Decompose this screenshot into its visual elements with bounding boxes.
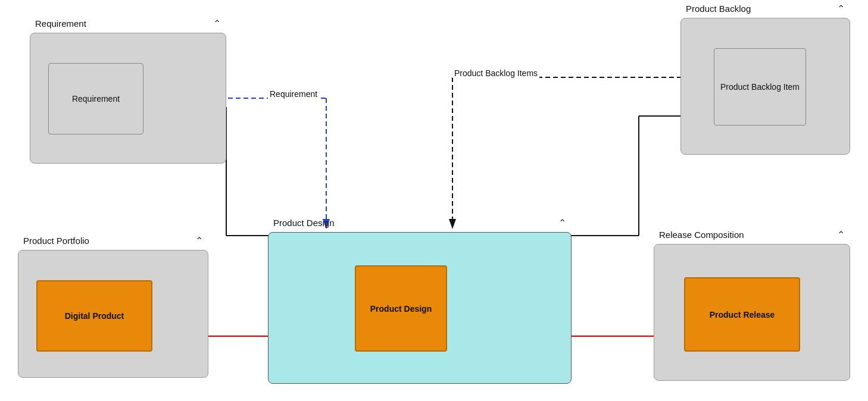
requirement-title: Requirement [35, 18, 86, 29]
product-portfolio-package: Product Portfolio ⌃ Digital Product [18, 250, 208, 378]
product-design-chevron[interactable]: ⌃ [558, 217, 566, 228]
product-backlog-chevron[interactable]: ⌃ [837, 3, 845, 14]
product-design-package: Product Design ⌃ Product Design [268, 232, 572, 384]
release-composition-title: Release Composition [659, 230, 744, 240]
requirement-package: Requirement ⌃ Requirement [30, 33, 226, 164]
digital-product-inner: Digital Product [36, 280, 152, 352]
product-release-inner: Product Release [684, 277, 800, 352]
requirement-chevron[interactable]: ⌃ [213, 18, 221, 29]
product-design-inner: Product Design [355, 265, 447, 352]
product-release-label: Product Release [710, 310, 775, 319]
product-design-header: Product Design ⌃ [268, 216, 571, 230]
product-design-title: Product Design [273, 218, 335, 228]
requirement-inner: Requirement [48, 63, 143, 134]
product-portfolio-header: Product Portfolio ⌃ [18, 234, 208, 248]
product-backlog-inner: Product Backlog Item [714, 48, 806, 126]
requirement-package-header: Requirement ⌃ [30, 17, 226, 30]
diagram-canvas: Requirement ⌃ Requirement Product Backlo… [0, 0, 868, 401]
product-backlog-title: Product Backlog [686, 4, 751, 14]
release-composition-package: Release Composition ⌃ Product Release [654, 244, 850, 381]
product-portfolio-chevron[interactable]: ⌃ [195, 235, 203, 246]
backlog-items-arrow-label: Product Backlog Items [452, 68, 539, 78]
product-backlog-header: Product Backlog ⌃ [681, 2, 850, 15]
requirement-arrow-label: Requirement [268, 89, 319, 99]
release-composition-header: Release Composition ⌃ [654, 228, 850, 242]
product-backlog-package: Product Backlog ⌃ Product Backlog Item [680, 18, 850, 155]
release-composition-chevron[interactable]: ⌃ [837, 229, 845, 240]
product-backlog-item-label: Product Backlog Item [720, 82, 800, 92]
product-portfolio-title: Product Portfolio [23, 236, 89, 246]
